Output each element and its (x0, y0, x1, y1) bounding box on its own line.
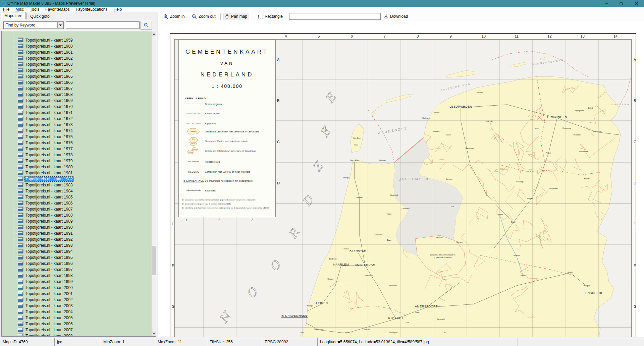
tree-item-kaart-1996[interactable]: Topotijdreis.nl - kaart 1996 (2, 261, 152, 267)
tree-item-kaart-1999[interactable]: Topotijdreis.nl - kaart 1999 (2, 279, 152, 285)
menu-favoritemaps[interactable]: FavoriteMaps (42, 7, 73, 12)
tree-item-kaart-1972[interactable]: Topotijdreis.nl - kaart 1972 (2, 116, 152, 122)
tree-item-kaart-1984[interactable]: Topotijdreis.nl - kaart 1984 (2, 188, 152, 194)
town-label: Zeist (406, 322, 409, 324)
tree-item-kaart-1988[interactable]: Topotijdreis.nl - kaart 1988 (2, 212, 152, 218)
tree-item-kaart-2004[interactable]: Topotijdreis.nl - kaart 2004 (2, 309, 152, 315)
pan-map-button[interactable]: Pan map (223, 13, 249, 20)
tree-item-kaart-1963[interactable]: Topotijdreis.nl - kaart 1963 (2, 61, 152, 67)
tree-item-kaart-1962[interactable]: Topotijdreis.nl - kaart 1962 (2, 55, 152, 61)
tree-item-kaart-2000[interactable]: Topotijdreis.nl - kaart 2000 (2, 285, 152, 291)
menu-help[interactable]: Help (111, 7, 125, 12)
map-canvas[interactable]: NOORDZEEWADDENZEEIJSSELMEERFRIESCHE WADG… (158, 21, 644, 337)
tree-item-kaart-2002[interactable]: Topotijdreis.nl - kaart 2002 (2, 297, 152, 303)
tree-item-kaart-1968[interactable]: Topotijdreis.nl - kaart 1968 (2, 92, 152, 98)
map-toolbar: Zoom in Zoom out Pan map Rectangle (158, 12, 644, 21)
tree-item-label: Topotijdreis.nl - kaart 1960 (24, 44, 74, 49)
svg-text:Aalst: Aalst (192, 138, 195, 140)
city-label: AMSTERDAM (355, 263, 376, 267)
scrollbar-down-button[interactable] (152, 331, 156, 336)
legend-label: Gemeente Waalre met sekretarie in Aalst (205, 140, 249, 142)
tree-item-kaart-1990[interactable]: Topotijdreis.nl - kaart 1990 (2, 224, 152, 230)
tree-item-kaart-1981[interactable]: Topotijdreis.nl - kaart 1981 (2, 170, 152, 176)
tree-item-kaart-2008[interactable]: Topotijdreis.nl - kaart 2008 (2, 333, 152, 336)
menu-misc[interactable]: Misc (12, 7, 27, 12)
map-thumbnail-icon (18, 219, 23, 223)
tree-item-kaart-1994[interactable]: Topotijdreis.nl - kaart 1994 (2, 248, 152, 254)
close-button[interactable] (629, 0, 644, 7)
tree-item-kaart-1982[interactable]: Topotijdreis.nl - kaart 1982 (2, 176, 152, 182)
tree-item-kaart-1960[interactable]: Topotijdreis.nl - kaart 1960 (2, 43, 152, 49)
tree-item-kaart-1995[interactable]: Topotijdreis.nl - kaart 1995 (2, 254, 152, 261)
toolbar-input[interactable] (289, 13, 381, 20)
download-button[interactable]: Download (382, 13, 410, 20)
tree-connector (14, 46, 17, 47)
tree-item-kaart-1959[interactable]: Topotijdreis.nl - kaart 1959 (2, 37, 152, 43)
app-icon (1, 1, 6, 6)
tree-item-kaart-1989[interactable]: Topotijdreis.nl - kaart 1989 (2, 218, 152, 224)
menu-favoritelocations[interactable]: FavoriteLocations (73, 7, 111, 12)
tree-item-kaart-1978[interactable]: Topotijdreis.nl - kaart 1978 (2, 152, 152, 158)
tree-item-kaart-1974[interactable]: Topotijdreis.nl - kaart 1974 (2, 128, 152, 134)
tree-item-kaart-1987[interactable]: Topotijdreis.nl - kaart 1987 (2, 206, 152, 212)
tree-item-kaart-1986[interactable]: Topotijdreis.nl - kaart 1986 (2, 200, 152, 206)
menu-tools[interactable]: Tools (27, 7, 42, 12)
tree-connector (14, 245, 17, 246)
tree-connector (14, 215, 17, 216)
tree-item-kaart-1993[interactable]: Topotijdreis.nl - kaart 1993 (2, 242, 152, 248)
tree-item-kaart-2001[interactable]: Topotijdreis.nl - kaart 2001 (2, 291, 152, 297)
tree-item-kaart-1967[interactable]: Topotijdreis.nl - kaart 1967 (2, 85, 152, 92)
tree-item-kaart-1985[interactable]: Topotijdreis.nl - kaart 1985 (2, 194, 152, 200)
map-thumbnail-icon (18, 80, 23, 84)
tree-item-kaart-2005[interactable]: Topotijdreis.nl - kaart 2005 (2, 315, 152, 321)
rectangle-button[interactable]: Rectangle (257, 13, 284, 20)
tree-connector (14, 131, 17, 131)
tree-item-kaart-1997[interactable]: Topotijdreis.nl - kaart 1997 (2, 267, 152, 273)
search-button[interactable] (141, 21, 152, 30)
tree-connector (14, 227, 17, 228)
tree-connector (14, 155, 17, 155)
zoom-out-button[interactable]: Zoom out (190, 13, 217, 20)
zoom-out-icon (192, 14, 197, 19)
scrollbar-up-button[interactable] (152, 31, 156, 36)
tree-item-kaart-1971[interactable]: Topotijdreis.nl - kaart 1971 (2, 110, 152, 116)
tree-item-kaart-1991[interactable]: Topotijdreis.nl - kaart 1991 (2, 230, 152, 236)
chevron-down-icon[interactable] (57, 22, 63, 28)
tree-item-kaart-1998[interactable]: Topotijdreis.nl - kaart 1998 (2, 273, 152, 279)
scrollbar-thumb[interactable] (152, 246, 156, 275)
tree-connector (14, 203, 17, 204)
map-thumbnail-icon (18, 292, 23, 296)
tree-item-kaart-1983[interactable]: Topotijdreis.nl - kaart 1983 (2, 182, 152, 188)
tree-item-kaart-1965[interactable]: Topotijdreis.nl - kaart 1965 (2, 73, 152, 79)
tree-item-kaart-2003[interactable]: Topotijdreis.nl - kaart 2003 (2, 303, 152, 309)
zoom-in-button[interactable]: Zoom in (162, 13, 186, 20)
tree-item-kaart-2007[interactable]: Topotijdreis.nl - kaart 2007 (2, 327, 152, 333)
tree-item-kaart-1980[interactable]: Topotijdreis.nl - kaart 1980 (2, 164, 152, 170)
search-input[interactable] (66, 21, 140, 29)
tree-item-label: Topotijdreis.nl - kaart 1972 (24, 116, 74, 121)
grid-column-number: 11 (515, 34, 518, 38)
tree-item-kaart-1979[interactable]: Topotijdreis.nl - kaart 1979 (2, 158, 152, 164)
map-thumbnail-icon (18, 177, 23, 181)
status-segment-7 (518, 338, 644, 346)
tree-item-kaart-1992[interactable]: Topotijdreis.nl - kaart 1992 (2, 236, 152, 242)
restore-button[interactable] (614, 0, 629, 7)
tree-scrollbar[interactable] (151, 31, 156, 336)
tree-item-kaart-1964[interactable]: Topotijdreis.nl - kaart 1964 (2, 67, 152, 73)
tree-item-kaart-1969[interactable]: Topotijdreis.nl - kaart 1969 (2, 98, 152, 104)
tree-item-kaart-1961[interactable]: Topotijdreis.nl - kaart 1961 (2, 49, 152, 55)
menu-file[interactable]: File (0, 7, 12, 12)
tree-item-kaart-1970[interactable]: Topotijdreis.nl - kaart 1970 (2, 104, 152, 110)
tree-connector (14, 119, 17, 119)
tree-connector (14, 306, 17, 306)
tree-item-kaart-1976[interactable]: Topotijdreis.nl - kaart 1976 (2, 140, 152, 146)
tree-item-kaart-1966[interactable]: Topotijdreis.nl - kaart 1966 (2, 79, 152, 85)
tree-item-kaart-1975[interactable]: Topotijdreis.nl - kaart 1975 (2, 134, 152, 140)
tree-item-kaart-1973[interactable]: Topotijdreis.nl - kaart 1973 (2, 122, 152, 128)
minimize-button[interactable] (599, 0, 614, 7)
tab-maps-tree[interactable]: Maps tree (1, 12, 26, 19)
tree-item-kaart-2006[interactable]: Topotijdreis.nl - kaart 2006 (2, 321, 152, 327)
tab-quick-goto[interactable]: Quick goto (26, 13, 53, 19)
find-by-combobox[interactable]: Find by Keyword (3, 21, 64, 29)
tree-item-kaart-1977[interactable]: Topotijdreis.nl - kaart 1977 (2, 146, 152, 152)
